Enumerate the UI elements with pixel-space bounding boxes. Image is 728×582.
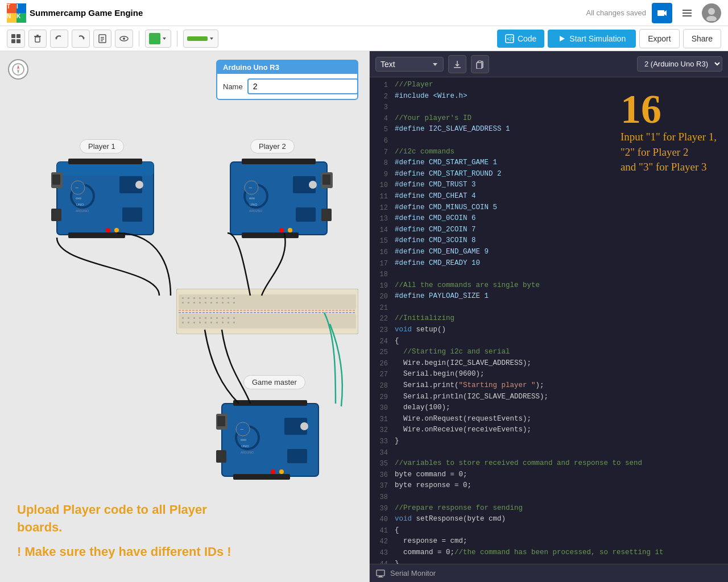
svg-point-67	[288, 228, 292, 232]
breadboard[interactable]	[176, 289, 358, 334]
redo-btn[interactable]	[72, 30, 90, 48]
name-label: Name	[223, 82, 243, 91]
code-line-22: 22//Initializing	[370, 313, 728, 325]
svg-rect-85	[188, 302, 189, 304]
svg-rect-125	[217, 416, 225, 426]
line-number: 44	[372, 559, 388, 564]
list-icon-btn[interactable]	[677, 3, 697, 23]
svg-rect-0	[657, 10, 664, 16]
code-panel: Text 2 (Arduino Uno R3)	[370, 51, 728, 582]
svg-rect-144	[378, 577, 383, 577]
arduino-select[interactable]: 2 (Arduino Uno R3)	[637, 56, 722, 72]
avatar-icon	[704, 5, 719, 21]
line-code: Wire.onRequest(requestEvents);	[395, 414, 531, 425]
line-code: #define CMD_READY 10	[395, 258, 480, 269]
svg-point-6	[706, 16, 717, 21]
gamemaster-board[interactable]: ∞∞ ∞∞ UNO ARDUINO −	[216, 398, 324, 482]
export-button[interactable]: Export	[639, 29, 679, 48]
line-number: 34	[372, 447, 388, 459]
delete-btn[interactable]	[28, 30, 47, 48]
name-input[interactable]	[247, 78, 358, 94]
svg-rect-88	[205, 302, 206, 304]
code-line-31: 31 Wire.onRequest(requestEvents);	[370, 414, 728, 425]
toolbar: </> Code Start Simulation Export Share	[0, 26, 728, 51]
svg-rect-65	[296, 207, 316, 222]
code-line-5: 5#define I2C_SLAVE_ADDRESS 1	[370, 124, 728, 135]
undo-icon	[54, 34, 64, 44]
line-code: response = cmd;	[395, 536, 468, 547]
fill-color-btn[interactable]	[145, 30, 171, 48]
code-content[interactable]: 16 Input "1" for Player 1, "2" for Playe…	[370, 77, 728, 564]
chevron-down-icon	[162, 36, 167, 41]
text-dropdown[interactable]: Text	[375, 57, 444, 72]
player1-board[interactable]: ∞∞ ∞∞ UNO ARDUINO	[51, 156, 159, 240]
svg-rect-60	[322, 174, 330, 185]
code-button[interactable]: </> Code	[497, 30, 544, 48]
line-code: #define CMD_END_GAME 9	[395, 247, 489, 258]
line-code: void setResponse(byte cmd)	[395, 514, 506, 525]
svg-point-21	[123, 38, 125, 40]
arduino-popup-body: Name	[217, 74, 357, 99]
logo[interactable]: T I N K Summercamp Game Engine	[7, 3, 143, 23]
code-line-40: 40void setResponse(byte cmd)	[370, 514, 728, 525]
line-number: 38	[372, 492, 388, 503]
share-button[interactable]: Share	[683, 29, 721, 48]
line-number: 24	[372, 336, 388, 347]
line-number: 11	[372, 191, 388, 202]
code-line-3: 3	[370, 102, 728, 113]
code-line-39: 39//Prepare response for sending	[370, 503, 728, 514]
avatar[interactable]	[702, 3, 721, 23]
start-simulation-button[interactable]: Start Simulation	[548, 30, 636, 48]
compass-icon	[12, 63, 24, 76]
line-code: byte command = 0;	[395, 469, 468, 481]
line-code: {	[395, 525, 399, 537]
svg-rect-87	[199, 302, 201, 304]
code-line-29: 29 Serial.println(I2C_SLAVE_ADDRESS);	[370, 392, 728, 403]
svg-rect-77	[199, 297, 201, 299]
code-line-36: 36byte command = 0;	[370, 469, 728, 481]
code-line-27: 27 Serial.begin(9600);	[370, 369, 728, 380]
line-number: 28	[372, 380, 388, 392]
line-number: 17	[372, 258, 388, 269]
code-icon: </>	[505, 34, 514, 43]
stroke-color-btn[interactable]	[183, 30, 218, 48]
svg-rect-140	[478, 61, 481, 63]
line-number: 33	[372, 436, 388, 447]
canvas-area[interactable]: Arduino Uno R3 Name Player 1 ∞∞ ∞∞	[0, 51, 370, 582]
code-line-16: 16#define CMD_END_GAME 9	[370, 247, 728, 258]
serial-monitor[interactable]: Serial Monitor	[370, 564, 728, 582]
svg-rect-42	[68, 159, 142, 164]
notes-icon	[97, 34, 107, 44]
svg-rect-78	[205, 297, 206, 299]
svg-rect-113	[233, 322, 235, 323]
svg-marker-15	[82, 38, 85, 40]
player1-area: Player 1 ∞∞ ∞∞ UNO ARDUINO	[51, 156, 159, 243]
code-line-33: 33}	[370, 436, 728, 447]
view-btn[interactable]	[115, 30, 133, 48]
svg-marker-1	[664, 10, 667, 16]
download-btn[interactable]	[448, 55, 466, 73]
component-btn[interactable]	[7, 30, 25, 48]
line-code: Wire.onReceive(receiveEvents);	[395, 425, 531, 436]
svg-rect-45	[122, 207, 142, 222]
line-code: #define CMD_CHEAT 4	[395, 191, 476, 202]
code-line-35: 35//variables to store received command …	[370, 458, 728, 469]
code-line-44: 44}	[370, 559, 728, 564]
clipboard-btn[interactable]	[471, 55, 489, 73]
undo-btn[interactable]	[50, 30, 68, 48]
svg-text:</>: </>	[507, 36, 514, 42]
trash-icon	[32, 34, 43, 44]
svg-rect-63	[242, 232, 299, 238]
compass[interactable]	[8, 59, 28, 80]
lines-container: 1///Player2#include <Wire.h>34//Your pla…	[370, 80, 728, 564]
line-number: 31	[372, 414, 388, 425]
svg-rect-109	[210, 322, 212, 323]
notes-btn[interactable]	[93, 30, 111, 48]
video-icon-btn[interactable]	[652, 3, 672, 23]
svg-rect-96	[193, 317, 195, 319]
svg-rect-81	[222, 297, 224, 299]
player2-board[interactable]: ∞∞ ∞∞ UNO ARDUINO −	[225, 156, 333, 240]
line-code: //Prepare response for sending	[395, 503, 523, 514]
line-code: #define CMD_START_ROUND 2	[395, 169, 502, 180]
svg-point-133	[300, 422, 308, 430]
